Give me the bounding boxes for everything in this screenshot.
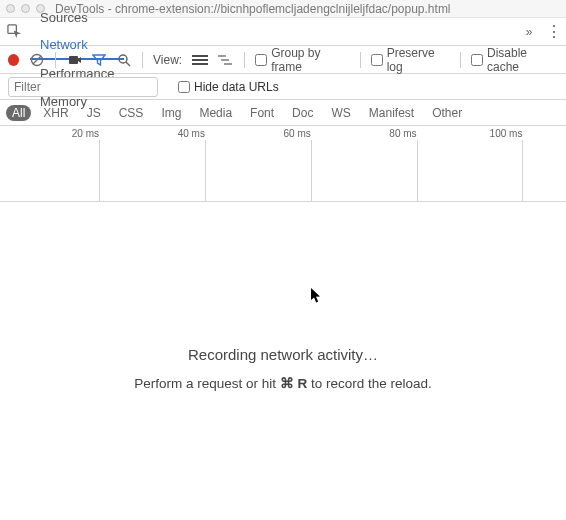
type-pill-img[interactable]: Img [155, 105, 187, 121]
group-by-frame-label: Group by frame [271, 46, 350, 74]
record-button[interactable] [8, 54, 19, 66]
svg-rect-10 [221, 59, 229, 61]
minimize-window-button[interactable] [21, 4, 30, 13]
divider [244, 52, 245, 68]
timeline-gridline [311, 140, 312, 202]
hide-data-urls-checkbox[interactable]: Hide data URLs [178, 80, 279, 94]
svg-rect-11 [224, 63, 232, 65]
hint-key-mod: ⌘ [280, 376, 294, 391]
svg-rect-3 [69, 56, 78, 64]
filter-input[interactable] [8, 77, 158, 97]
disable-cache-input[interactable] [471, 54, 483, 66]
divider [55, 52, 56, 68]
inspect-element-icon[interactable] [6, 24, 22, 40]
type-pill-all[interactable]: All [6, 105, 31, 121]
type-pill-ws[interactable]: WS [325, 105, 356, 121]
timeline-tick-label: 20 ms [72, 128, 99, 139]
empty-hint: Perform a request or hit ⌘ R to record t… [0, 375, 566, 391]
svg-rect-7 [192, 59, 208, 61]
hide-data-urls-input[interactable] [178, 81, 190, 93]
svg-rect-6 [192, 55, 208, 57]
timeline-tick-label: 40 ms [178, 128, 205, 139]
timeline-gridline [205, 140, 206, 202]
type-pill-manifest[interactable]: Manifest [363, 105, 420, 121]
type-pill-doc[interactable]: Doc [286, 105, 319, 121]
hint-before: Perform a request or hit [134, 376, 280, 391]
timeline-tick-label: 100 ms [490, 128, 523, 139]
divider [460, 52, 461, 68]
filter-bar: Hide data URLs [0, 74, 566, 100]
preserve-log-input[interactable] [371, 54, 383, 66]
devtools-menu-icon[interactable]: ⋮ [546, 22, 560, 41]
tab-sources[interactable]: Sources [30, 4, 124, 32]
filter-icon[interactable] [92, 52, 107, 68]
divider [360, 52, 361, 68]
group-by-frame-input[interactable] [255, 54, 267, 66]
divider [142, 52, 143, 68]
clear-icon[interactable] [29, 52, 44, 68]
timeline-gridline [99, 140, 100, 202]
timeline-gridline [417, 140, 418, 202]
timeline-overview[interactable]: 20 ms40 ms60 ms80 ms100 ms [0, 126, 566, 202]
hint-key: R [298, 376, 308, 391]
type-pill-font[interactable]: Font [244, 105, 280, 121]
type-pill-js[interactable]: JS [81, 105, 107, 121]
disable-cache-label: Disable cache [487, 46, 558, 74]
screenshot-icon[interactable] [66, 52, 82, 68]
timeline-tick-label: 80 ms [389, 128, 416, 139]
waterfall-icon[interactable] [218, 52, 234, 68]
group-by-frame-checkbox[interactable]: Group by frame [255, 46, 350, 74]
preserve-log-checkbox[interactable]: Preserve log [371, 46, 450, 74]
type-pill-css[interactable]: CSS [113, 105, 150, 121]
view-label: View: [153, 53, 182, 67]
timeline-tick-label: 60 ms [283, 128, 310, 139]
svg-rect-9 [218, 55, 226, 57]
type-pill-media[interactable]: Media [193, 105, 238, 121]
devtools-tabs: ElementsConsoleSourcesNetworkPerformance… [0, 18, 566, 46]
close-window-button[interactable] [6, 4, 15, 13]
type-pill-other[interactable]: Other [426, 105, 468, 121]
svg-point-4 [119, 55, 127, 63]
timeline-gridline [522, 140, 523, 202]
requests-pane: Recording network activity… Perform a re… [0, 202, 566, 520]
preserve-log-label: Preserve log [387, 46, 450, 74]
empty-status: Recording network activity… [0, 346, 566, 363]
hide-data-urls-label: Hide data URLs [194, 80, 279, 94]
disable-cache-checkbox[interactable]: Disable cache [471, 46, 558, 74]
hint-after: to record the reload. [307, 376, 432, 391]
svg-rect-8 [192, 63, 208, 65]
more-tabs-icon[interactable]: » [522, 25, 536, 39]
svg-line-2 [33, 56, 41, 64]
type-pill-xhr[interactable]: XHR [37, 105, 74, 121]
search-icon[interactable] [117, 52, 132, 68]
svg-line-5 [126, 62, 130, 66]
large-rows-icon[interactable] [192, 52, 208, 68]
empty-state: Recording network activity… Perform a re… [0, 346, 566, 391]
